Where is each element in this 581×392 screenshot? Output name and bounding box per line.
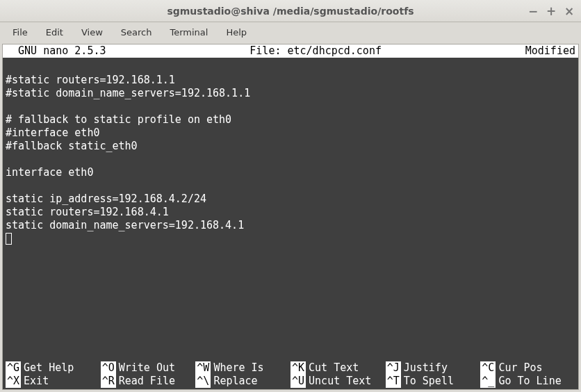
shortcut-label: Write Out (119, 361, 175, 375)
menu-view[interactable]: View (73, 24, 111, 40)
shortcut-key: ^G (6, 361, 21, 375)
menubar: File Edit View Search Terminal Help (0, 22, 581, 42)
nano-shortcut: ^UUncut Text (290, 375, 386, 388)
nano-shortcut: ^\Replace (195, 375, 290, 388)
shortcut-label: Read File (119, 375, 175, 388)
nano-shortcut: ^JJustify (386, 361, 481, 375)
shortcut-key: ^W (195, 361, 211, 375)
shortcut-key: ^U (290, 375, 306, 388)
nano-shortcut: ^_Go To Line (480, 375, 575, 388)
shortcut-key: ^R (101, 375, 116, 388)
nano-shortcut: ^CCur Pos (480, 361, 575, 375)
menu-terminal[interactable]: Terminal (161, 24, 216, 40)
maximize-button[interactable]: + (543, 3, 559, 19)
shortcut-key: ^X (6, 375, 21, 388)
terminal[interactable]: GNU nano 2.5.3 File: etc/dhcpcd.conf Mod… (2, 44, 579, 390)
nano-shortcut: ^WWhere Is (195, 361, 290, 375)
nano-shortcut: ^OWrite Out (101, 361, 196, 375)
window-title: sgmustadio@shiva /media/sgmustadio/rootf… (167, 6, 414, 17)
shortcut-label: To Spell (404, 375, 454, 388)
shortcut-key: ^\ (195, 375, 211, 388)
shortcut-label: Justify (404, 361, 448, 375)
shortcut-label: Exit (24, 375, 49, 388)
close-button[interactable]: × (562, 3, 577, 19)
menu-help[interactable]: Help (218, 24, 255, 40)
cursor (6, 233, 12, 245)
nano-shortcut: ^XExit (6, 375, 101, 388)
shortcut-key: ^K (290, 361, 306, 375)
nano-shortcut: ^GGet Help (6, 361, 101, 375)
minimize-button[interactable]: − (525, 3, 541, 19)
nano-statusbar: GNU nano 2.5.3 File: etc/dhcpcd.conf Mod… (3, 44, 578, 58)
shortcut-label: Replace (213, 375, 257, 388)
menu-search[interactable]: Search (113, 24, 161, 40)
nano-shortcut-bar: ^GGet Help^OWrite Out^WWhere Is^KCut Tex… (3, 361, 578, 389)
shortcut-key: ^T (386, 375, 401, 388)
shortcut-label: Get Help (24, 361, 74, 375)
menu-file[interactable]: File (4, 24, 36, 40)
shortcut-label: Uncut Text (309, 375, 371, 388)
shortcut-label: Go To Line (498, 375, 561, 388)
shortcut-key: ^_ (480, 375, 496, 388)
shortcut-key: ^O (101, 361, 116, 375)
nano-shortcut: ^TTo Spell (386, 375, 481, 388)
nano-modified-flag: Modified (525, 44, 575, 58)
nano-shortcut: ^KCut Text (290, 361, 386, 375)
shortcut-label: Cur Pos (498, 361, 542, 375)
window-titlebar: sgmustadio@shiva /media/sgmustadio/rootf… (0, 0, 581, 22)
nano-shortcut: ^RRead File (101, 375, 196, 388)
shortcut-label: Cut Text (309, 361, 359, 375)
shortcut-label: Where Is (213, 361, 263, 375)
nano-filename: File: etc/dhcpcd.conf (106, 44, 525, 58)
nano-version: GNU nano 2.5.3 (6, 44, 106, 58)
shortcut-key: ^C (480, 361, 496, 375)
menu-edit[interactable]: Edit (38, 24, 72, 40)
terminal-container: GNU nano 2.5.3 File: etc/dhcpcd.conf Mod… (0, 42, 581, 392)
shortcut-key: ^J (386, 361, 401, 375)
nano-editor-content[interactable]: #static routers=192.168.1.1 #static doma… (3, 58, 578, 361)
window-controls: − + × (525, 3, 577, 19)
